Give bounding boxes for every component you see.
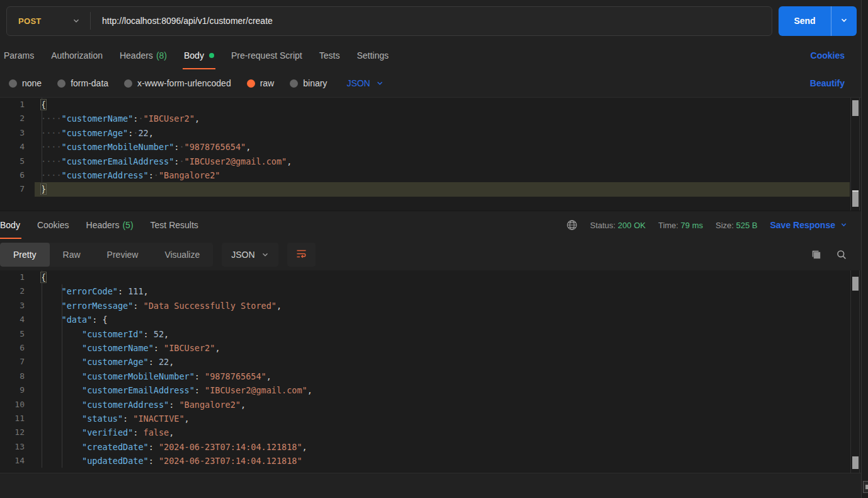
window-scrollbar-gutter[interactable] <box>861 0 868 498</box>
tab-tests[interactable]: Tests <box>319 42 340 69</box>
request-body-editor[interactable]: 1234567 {····"customerName":·"IBCUser2",… <box>0 98 861 211</box>
url-box: POST http://localhost:8096/api/v1/custom… <box>6 6 772 36</box>
response-tab-cookies[interactable]: Cookies <box>37 211 69 239</box>
token-str: "IBCUser2@gmail.com" <box>205 385 307 395</box>
code-line[interactable]: ····"customerAddress":·"Bangalore2" <box>35 168 850 182</box>
line-number: 3 <box>0 126 35 140</box>
response-headers-count: (5) <box>122 220 133 230</box>
line-number: 5 <box>0 327 35 341</box>
editor-scrollbar[interactable] <box>850 270 860 473</box>
code-line[interactable]: "customerMobileNumber": "9878765654", <box>35 369 850 383</box>
wrap-text-icon <box>295 248 307 262</box>
tab-params[interactable]: Params <box>4 42 34 69</box>
line-number: 7 <box>0 182 35 196</box>
postman-app: POST http://localhost:8096/api/v1/custom… <box>0 0 868 498</box>
code-line[interactable]: "verified": false, <box>35 426 850 439</box>
response-header: Body Cookies Headers(5) Test Results Sta… <box>0 211 861 239</box>
tab-pre-request-script[interactable]: Pre-request Script <box>231 42 302 69</box>
view-preview[interactable]: Preview <box>94 243 152 267</box>
search-icon[interactable] <box>836 249 847 260</box>
wrap-text-button[interactable] <box>287 243 316 267</box>
code-line[interactable]: "customerId": 52, <box>35 327 850 341</box>
code-line[interactable]: } <box>35 182 850 196</box>
code-line[interactable]: { <box>35 98 850 112</box>
code-area[interactable]: {····"customerName":·"IBCUser2",····"cus… <box>35 98 850 197</box>
send-options-button[interactable] <box>831 6 857 36</box>
code-area[interactable]: { "errorCode": 111, "errorMessage": "Dat… <box>35 270 850 468</box>
radio-none[interactable]: none <box>9 78 42 88</box>
token-punc: : { <box>92 315 107 325</box>
code-line[interactable]: "updatedDate": "2024-06-23T07:14:04.1218… <box>35 454 850 468</box>
response-body-editor[interactable]: 1234567891011121314 { "errorCode": 111, … <box>0 270 861 473</box>
scrollbar-thumb[interactable] <box>852 277 859 291</box>
scrollbar-thumb[interactable] <box>852 456 859 469</box>
copy-icon[interactable] <box>811 249 822 260</box>
token-punc: : <box>149 170 154 180</box>
response-tab-test-results[interactable]: Test Results <box>151 211 198 239</box>
line-number: 9 <box>0 383 35 397</box>
token-ws: ···· <box>41 128 62 138</box>
cookies-link[interactable]: Cookies <box>811 50 845 61</box>
view-pretty[interactable]: Pretty <box>0 243 50 267</box>
radio-x-www-form-urlencoded[interactable]: x-www-form-urlencoded <box>124 78 231 88</box>
token-ws: ···· <box>41 156 62 166</box>
radio-binary[interactable]: binary <box>290 78 327 88</box>
token-key: "customerId" <box>82 329 144 339</box>
tab-headers[interactable]: Headers(8) <box>120 42 167 69</box>
code-line[interactable]: "status": "INACTIVE", <box>35 412 850 426</box>
radio-raw[interactable]: raw <box>247 78 275 88</box>
code-line[interactable]: "customerAddress": "Bangalore2", <box>35 398 850 412</box>
code-line[interactable]: "errorMessage": "Data Successfully Store… <box>35 299 850 313</box>
tab-authorization[interactable]: Authorization <box>51 42 103 69</box>
scroll-corner-button[interactable] <box>863 481 868 493</box>
response-format-dropdown[interactable]: JSON <box>222 243 278 267</box>
raw-format-dropdown[interactable]: JSON <box>346 78 383 88</box>
scrollbar-thumb[interactable] <box>852 190 859 207</box>
headers-count: (8) <box>156 50 167 61</box>
token-ws: ···· <box>41 170 62 180</box>
code-line[interactable]: "customerEmailAddress": "IBCUser2@gmail.… <box>35 383 850 397</box>
method-selector[interactable]: POST <box>7 16 90 26</box>
response-toolbar: Pretty Raw Preview Visualize JSON <box>0 239 861 270</box>
token-punc: : <box>123 414 133 424</box>
save-response-button[interactable]: Save Response <box>770 220 848 230</box>
token-punc: : <box>169 400 179 410</box>
radio-icon <box>290 79 298 88</box>
body-modified-dot <box>209 53 214 58</box>
line-number: 2 <box>0 112 35 125</box>
code-line[interactable]: "customerName": "IBCUser2", <box>35 341 850 355</box>
code-line[interactable]: "data": { <box>35 313 850 327</box>
code-line[interactable]: "errorCode": 111, <box>35 284 850 298</box>
code-line[interactable]: ····"customerAge":·22, <box>35 126 850 140</box>
code-line[interactable]: ····"customerName":·"IBCUser2", <box>35 112 850 125</box>
view-raw[interactable]: Raw <box>50 243 94 267</box>
view-visualize[interactable]: Visualize <box>151 243 213 267</box>
tab-settings[interactable]: Settings <box>357 42 389 69</box>
token-str: "IBCUser2" <box>164 343 215 353</box>
request-tabs: Params Authorization Headers(8) Body Pre… <box>0 42 861 69</box>
token-punc: : <box>149 357 159 367</box>
token-key: "status" <box>82 414 123 424</box>
code-line[interactable]: { <box>35 270 850 284</box>
code-line[interactable]: "createdDate": "2024-06-23T07:14:04.1218… <box>35 440 850 454</box>
token-key: "errorMessage" <box>62 301 134 311</box>
send-button[interactable]: Send <box>779 6 831 36</box>
tab-body[interactable]: Body <box>184 42 214 69</box>
token-key: "customerEmailAddress" <box>82 385 195 395</box>
code-line[interactable]: ····"customerEmailAddress":·"IBCUser2@gm… <box>35 154 850 168</box>
token-punc: , <box>241 400 246 410</box>
network-globe-icon[interactable] <box>566 219 578 231</box>
url-input[interactable]: http://localhost:8096/api/v1/customer/cr… <box>91 16 273 26</box>
beautify-link[interactable]: Beautify <box>810 78 845 88</box>
line-number-gutter: 1234567 <box>0 98 35 197</box>
token-punc: , <box>144 286 149 296</box>
scrollbar-thumb[interactable] <box>852 100 859 116</box>
token-punc: , <box>246 142 251 152</box>
editor-scrollbar[interactable] <box>850 98 860 211</box>
response-tab-body[interactable]: Body <box>0 211 20 239</box>
radio-form-data[interactable]: form-data <box>57 78 108 88</box>
token-bool: false <box>144 427 169 437</box>
code-line[interactable]: ····"customerMobileNumber":·"9878765654"… <box>35 140 850 154</box>
code-line[interactable]: "customerAge": 22, <box>35 355 850 369</box>
response-tab-headers[interactable]: Headers(5) <box>86 211 134 239</box>
